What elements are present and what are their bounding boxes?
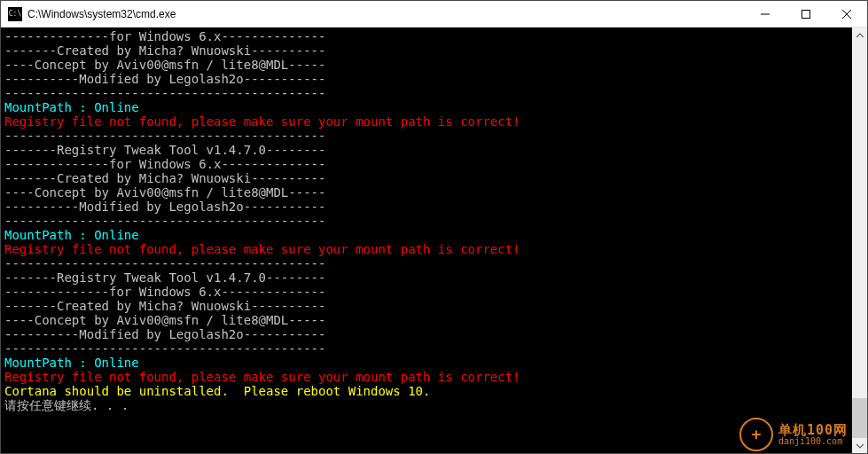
scroll-track[interactable] — [852, 43, 867, 438]
minimize-button[interactable] — [745, 1, 786, 27]
scroll-down-button[interactable] — [852, 438, 867, 453]
console-line: ----------Modified by Legolash2o--------… — [4, 72, 864, 86]
console-line: MountPath : Online — [4, 228, 864, 242]
watermark-line2: danji100.com — [778, 437, 848, 446]
console-line: -------Created by Micha? Wnuowski-------… — [4, 299, 864, 313]
console-line: ----Concept by Aviv00@msfn / lite8@MDL--… — [4, 313, 864, 327]
cmd-icon: C:\ — [8, 7, 22, 21]
console-line: Registry file not found, please make sur… — [4, 114, 864, 129]
console-line: -------Registry Tweak Tool v1.4.7.0-----… — [4, 270, 864, 285]
console-line: Registry file not found, please make sur… — [4, 370, 864, 384]
console-line: -------Created by Micha? Wnuowski-------… — [4, 171, 864, 185]
console-line: ----------Modified by Legolash2o--------… — [4, 327, 864, 341]
watermark-line1: 单机100网 — [778, 424, 848, 437]
console-line: ----------------------------------------… — [4, 256, 864, 270]
minimize-icon — [761, 10, 770, 19]
console-line: Registry file not found, please make sur… — [4, 242, 864, 256]
svg-rect-0 — [802, 10, 810, 18]
chevron-down-icon — [856, 442, 864, 450]
console-line: ----------------------------------------… — [4, 129, 864, 143]
console-line: ----------Modified by Legolash2o--------… — [4, 200, 864, 214]
console-line: -------Created by Micha? Wnuowski-------… — [4, 43, 864, 58]
vertical-scrollbar[interactable] — [852, 27, 867, 453]
console-line: --------------for Windows 6.x-----------… — [4, 157, 864, 171]
console-line: --------------for Windows 6.x-----------… — [4, 285, 864, 299]
cmd-window: C:\ C:\Windows\system32\cmd.exe --------… — [0, 0, 868, 454]
watermark: + 单机100网 danji100.com — [739, 418, 848, 451]
console-line: Cortana should be uninstalled. Please re… — [4, 384, 864, 398]
scroll-thumb[interactable] — [852, 398, 867, 438]
chevron-up-icon — [856, 32, 864, 39]
watermark-logo-icon: + — [739, 418, 773, 451]
console-line: ----Concept by Aviv00@msfn / lite8@MDL--… — [4, 185, 864, 200]
console-line: ----------------------------------------… — [4, 341, 864, 356]
console-line: ----------------------------------------… — [4, 214, 864, 228]
console-line: MountPath : Online — [4, 100, 864, 114]
scroll-up-button[interactable] — [852, 27, 867, 43]
window-controls — [745, 1, 867, 27]
console-line: --------------for Windows 6.x-----------… — [4, 29, 864, 43]
close-button[interactable] — [826, 1, 867, 27]
maximize-icon — [802, 10, 810, 19]
console-line: ----Concept by Aviv00@msfn / lite8@MDL--… — [4, 58, 864, 72]
console-line: MountPath : Online — [4, 356, 864, 370]
titlebar[interactable]: C:\ C:\Windows\system32\cmd.exe — [1, 1, 867, 27]
close-icon — [842, 10, 851, 19]
console-area[interactable]: --------------for Windows 6.x-----------… — [1, 27, 867, 453]
console-line: -------Registry Tweak Tool v1.4.7.0-----… — [4, 143, 864, 157]
console-line: ----------------------------------------… — [4, 86, 864, 100]
console-line: 请按任意键继续. . . — [4, 398, 864, 412]
maximize-button[interactable] — [786, 1, 826, 27]
watermark-text: 单机100网 danji100.com — [778, 424, 848, 446]
window-title: C:\Windows\system32\cmd.exe — [27, 8, 745, 20]
